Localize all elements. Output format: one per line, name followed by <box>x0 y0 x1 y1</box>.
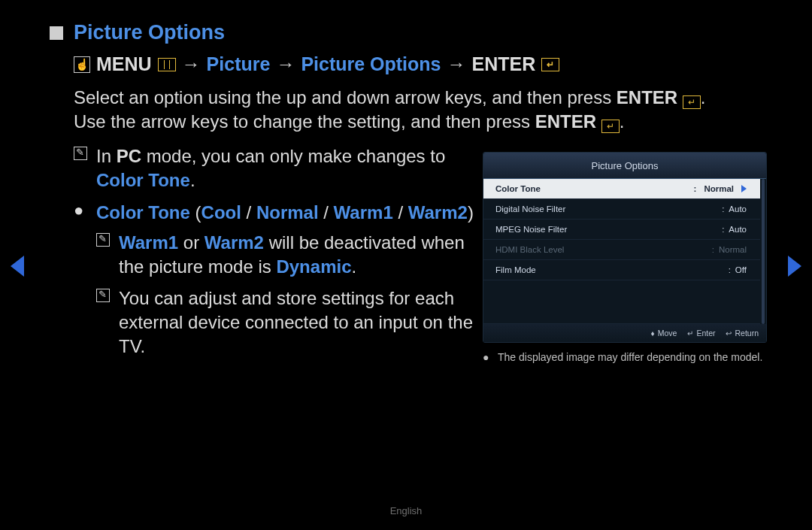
hand-icon: ☝ <box>74 56 90 73</box>
return-icon: ↩ <box>726 329 732 338</box>
note-icon <box>96 231 119 279</box>
option-value-cool: Cool <box>201 202 241 223</box>
path-seg-picture: Picture <box>207 53 271 75</box>
option-sep: / <box>319 202 334 223</box>
intro-enter: ENTER <box>617 87 677 108</box>
note-store-settings: You can adjust and store settings for ea… <box>96 286 474 359</box>
osd-hint-return: ↩Return <box>726 329 759 338</box>
osd-hint-move: ♦Move <box>651 329 677 338</box>
note-text: . <box>351 256 356 277</box>
osd-hint-label: Return <box>735 329 759 338</box>
enter-icon: ↵ <box>601 120 620 133</box>
osd-row-value: Auto <box>729 204 747 214</box>
note-text: In <box>96 146 117 166</box>
note-text: . <box>190 170 195 190</box>
note-warm-deactivated: Warm1 or Warm2 will be deactivated when … <box>96 231 474 279</box>
note-icon <box>74 144 96 192</box>
bullet-icon: ● <box>74 201 96 225</box>
note-text: mode, you can only make changes to <box>141 146 445 166</box>
intro-text: Select an option using the up and down a… <box>74 86 767 134</box>
osd-hint-label: Enter <box>696 329 715 338</box>
updown-icon: ♦ <box>651 329 655 338</box>
osd-row-label: Digital Noise Filter <box>495 204 565 214</box>
osd-content: Color Tone : Normal Digital Noise Filter… <box>483 179 766 324</box>
option-sep: / <box>393 202 408 223</box>
chevron-right-icon <box>741 185 747 192</box>
note-text-bold: PC <box>117 146 141 166</box>
osd-row-digital-noise[interactable]: Digital Noise Filter : Auto <box>483 199 760 220</box>
osd-row-label: Color Tone <box>495 184 541 193</box>
osd-row-label: MPEG Noise Filter <box>495 225 567 234</box>
arrow-icon: → <box>276 53 295 75</box>
option-value-warm2: Warm2 <box>408 202 468 223</box>
osd-caption: ● The displayed image may differ dependi… <box>483 350 767 365</box>
osd-row-color-tone[interactable]: Color Tone : Normal <box>483 179 760 199</box>
osd-panel: Picture Options Color Tone : Normal Digi… <box>483 152 767 343</box>
osd-row-label: Film Mode <box>495 265 536 274</box>
note-icon <box>96 286 119 359</box>
right-column: Picture Options Color Tone : Normal Digi… <box>483 152 767 366</box>
intro-text-part: Use the arrow keys to change the setting… <box>74 111 535 132</box>
osd-title: Picture Options <box>483 153 766 179</box>
note-text-blue: Warm1 <box>119 232 178 253</box>
menu-label: MENU <box>96 53 152 75</box>
section-title-row: Picture Options <box>50 21 767 44</box>
option-value-normal: Normal <box>256 202 319 223</box>
osd-row-value: Auto <box>729 225 747 234</box>
osd-row-value: Normal <box>704 184 734 193</box>
enter-mini-icon: ↵ <box>687 329 693 338</box>
note-text-blue: Warm2 <box>205 232 264 253</box>
note-text-blue: Dynamic <box>276 256 351 277</box>
option-sep: / <box>241 202 256 223</box>
option-name: Color Tone <box>96 202 190 223</box>
arrow-icon: → <box>447 53 466 75</box>
option-color-tone: ● Color Tone (Cool / Normal / Warm1 / Wa… <box>74 201 474 225</box>
osd-footer: ♦Move ↵Enter ↩Return <box>483 324 766 342</box>
left-column: In PC mode, you can only make changes to… <box>45 144 483 366</box>
intro-text-part: . <box>620 111 625 132</box>
note-pc-mode: In PC mode, you can only make changes to… <box>74 144 474 192</box>
osd-row-value: Off <box>735 265 747 274</box>
footer-language: English <box>0 505 812 516</box>
bullet-icon: ● <box>483 350 492 365</box>
menu-path: ☝ MENU → Picture → Picture Options → ENT… <box>74 53 767 75</box>
section-title: Picture Options <box>74 21 225 44</box>
intro-enter: ENTER <box>535 111 596 132</box>
osd-row-film-mode[interactable]: Film Mode : Off <box>483 260 760 280</box>
enter-label: ENTER <box>472 53 536 75</box>
intro-text-part: Select an option using the up and down a… <box>74 87 617 108</box>
osd-hint-enter: ↵Enter <box>687 329 715 338</box>
osd-row-hdmi-black: HDMI Black Level : Normal <box>483 240 760 260</box>
osd-caption-text: The displayed image may differ depending… <box>498 350 762 365</box>
intro-text-part: . <box>701 87 706 108</box>
osd-row-mpeg-noise[interactable]: MPEG Noise Filter : Auto <box>483 220 760 240</box>
prev-page-button[interactable] <box>11 256 24 277</box>
osd-row-label: HDMI Black Level <box>495 245 564 254</box>
menu-icon <box>158 58 176 71</box>
osd-hint-label: Move <box>658 329 677 338</box>
path-seg-picture-options: Picture Options <box>301 53 441 75</box>
option-paren: ) <box>468 202 474 223</box>
option-paren: ( <box>190 202 201 223</box>
arrow-icon: → <box>182 53 201 75</box>
note-text: or <box>178 232 205 253</box>
enter-icon: ↵ <box>541 58 559 71</box>
osd-row-value: Normal <box>719 245 747 254</box>
note-text: You can adjust and store settings for ea… <box>119 286 474 359</box>
enter-icon: ↵ <box>683 95 701 109</box>
next-page-button[interactable] <box>788 256 801 277</box>
osd-empty-space <box>483 280 760 324</box>
note-link-color-tone: Color Tone <box>96 170 190 190</box>
section-bullet-icon <box>50 26 63 40</box>
option-value-warm1: Warm1 <box>334 202 393 223</box>
